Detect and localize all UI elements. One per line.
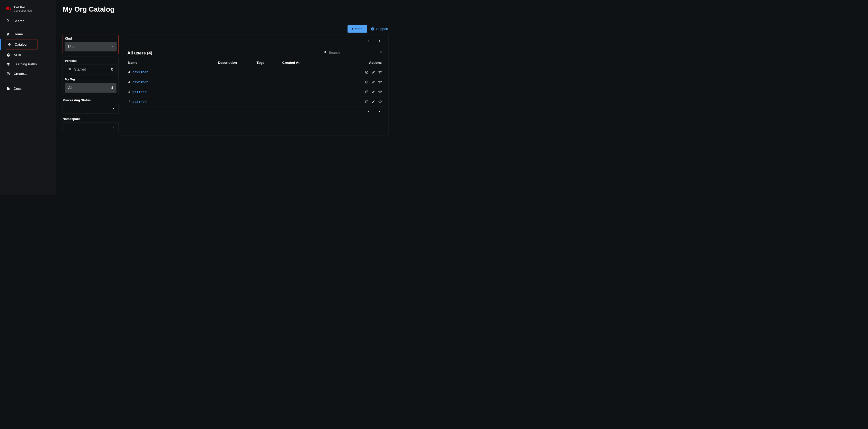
filter-processing-label: Processing Status bbox=[63, 98, 119, 102]
sidebar-item-create[interactable]: Create... bbox=[0, 69, 56, 79]
apis-icon bbox=[6, 53, 10, 57]
support-label: Support bbox=[376, 27, 389, 31]
table-search-input[interactable] bbox=[329, 51, 377, 55]
content-row: Kind User Personal bbox=[56, 33, 395, 140]
sidebar: Red Hat Developer Hub Search Home Cata bbox=[0, 0, 56, 195]
cell-created-at bbox=[281, 67, 345, 77]
user-link[interactable]: dev1 rhdh bbox=[132, 70, 149, 74]
brand: Red Hat Developer Hub bbox=[0, 0, 56, 16]
col-tags[interactable]: Tags bbox=[255, 58, 281, 67]
create-icon bbox=[6, 72, 10, 75]
brand-text: Red Hat Developer Hub bbox=[13, 6, 32, 12]
table-panel: All users (4) Name bbox=[122, 35, 389, 136]
sidebar-item-label: Home bbox=[13, 32, 23, 36]
sidebar-item-docs[interactable]: Docs bbox=[0, 84, 56, 93]
filter-kind: Kind User bbox=[63, 35, 119, 54]
sidebar-search[interactable]: Search bbox=[0, 16, 56, 27]
kind-select[interactable]: User bbox=[65, 42, 117, 52]
person-icon bbox=[128, 70, 131, 74]
sidebar-item-label: Create... bbox=[13, 71, 27, 75]
cell-created-at bbox=[281, 97, 345, 106]
col-actions: Actions bbox=[345, 58, 384, 67]
cell-tags bbox=[255, 87, 281, 97]
catalog-icon bbox=[7, 42, 11, 47]
docs-section: Docs bbox=[0, 82, 56, 93]
page-prev-button[interactable] bbox=[366, 109, 371, 115]
open-button[interactable] bbox=[364, 99, 370, 104]
pager-top bbox=[127, 36, 384, 47]
filter-all-count: 4 bbox=[111, 86, 113, 90]
edit-button[interactable] bbox=[371, 89, 376, 95]
support-link[interactable]: Support bbox=[371, 27, 389, 31]
cell-name: pe1 rhdh bbox=[127, 87, 217, 97]
pager-bottom bbox=[127, 106, 384, 117]
sidebar-item-home[interactable]: Home bbox=[0, 30, 56, 39]
clear-icon[interactable] bbox=[379, 51, 383, 55]
edit-button[interactable] bbox=[371, 99, 376, 104]
svg-point-1 bbox=[371, 27, 374, 31]
toolbar: Create Support bbox=[56, 19, 395, 33]
search-icon bbox=[6, 19, 10, 24]
app-root: Red Hat Developer Hub Search Home Cata bbox=[0, 0, 395, 195]
kind-select-value: User bbox=[68, 44, 76, 49]
filter-all-label: All bbox=[68, 86, 72, 90]
table-row: dev2 rhdh bbox=[127, 77, 384, 87]
page-header: My Org Catalog bbox=[56, 0, 395, 19]
help-icon bbox=[371, 27, 374, 31]
search-icon bbox=[323, 51, 327, 55]
star-button[interactable] bbox=[377, 79, 383, 85]
filter-starred-label: Starred bbox=[74, 67, 86, 71]
col-name[interactable]: Name bbox=[127, 58, 217, 67]
person-icon bbox=[128, 100, 131, 103]
docs-icon bbox=[6, 87, 10, 91]
col-created-at[interactable]: Created At bbox=[281, 58, 345, 67]
filters-panel: Kind User Personal bbox=[63, 35, 119, 136]
sidebar-item-catalog[interactable]: Catalog bbox=[6, 39, 38, 50]
page-next-button[interactable] bbox=[377, 38, 382, 44]
processing-select[interactable] bbox=[63, 104, 119, 114]
sidebar-item-learning[interactable]: Learning Paths bbox=[0, 60, 56, 69]
filter-personal-header: Personal bbox=[65, 59, 117, 62]
nav-section: Home Catalog APIs Learning Paths bbox=[0, 27, 56, 82]
filter-starred-row[interactable]: Starred 0 bbox=[65, 64, 117, 74]
user-link[interactable]: dev2 rhdh bbox=[132, 80, 149, 84]
cell-description bbox=[217, 97, 255, 106]
chevron-down-icon bbox=[111, 44, 114, 49]
table-row: pe1 rhdh bbox=[127, 87, 384, 97]
sidebar-item-apis[interactable]: APIs bbox=[0, 50, 56, 60]
filter-starred-count: 0 bbox=[111, 67, 113, 71]
table-title: All users (4) bbox=[127, 51, 152, 56]
home-icon bbox=[6, 32, 10, 36]
star-button[interactable] bbox=[377, 69, 383, 75]
cell-description bbox=[217, 87, 255, 97]
page-next-button[interactable] bbox=[377, 109, 382, 115]
cell-description bbox=[217, 67, 255, 77]
filter-kind-label: Kind bbox=[65, 36, 117, 40]
create-button[interactable]: Create bbox=[347, 25, 367, 33]
star-button[interactable] bbox=[377, 89, 383, 94]
cell-name: dev2 rhdh bbox=[127, 77, 217, 87]
filter-all-row[interactable]: All 4 bbox=[65, 83, 117, 93]
sidebar-item-label: APIs bbox=[13, 53, 21, 57]
table-header-row: All users (4) bbox=[127, 47, 384, 58]
user-link[interactable]: pe2 rhdh bbox=[132, 100, 147, 103]
open-button[interactable] bbox=[364, 80, 370, 85]
star-button[interactable] bbox=[377, 99, 383, 104]
person-icon bbox=[128, 90, 131, 94]
col-description[interactable]: Description bbox=[217, 58, 255, 67]
user-link[interactable]: pe1 rhdh bbox=[132, 90, 147, 94]
namespace-select[interactable] bbox=[63, 123, 119, 132]
open-button[interactable] bbox=[364, 69, 370, 75]
filter-personal-card: Personal Starred 0 My Org All bbox=[63, 57, 119, 95]
users-table: Name Description Tags Created At Actions… bbox=[127, 58, 384, 106]
cell-created-at bbox=[281, 77, 345, 87]
edit-button[interactable] bbox=[371, 69, 376, 75]
table-row: pe2 rhdh bbox=[127, 97, 384, 106]
cell-actions bbox=[345, 77, 384, 87]
cell-tags bbox=[255, 97, 281, 106]
open-button[interactable] bbox=[364, 89, 370, 95]
edit-button[interactable] bbox=[371, 80, 376, 85]
page-title: My Org Catalog bbox=[63, 5, 389, 13]
page-prev-button[interactable] bbox=[366, 38, 371, 44]
chevron-down-icon bbox=[112, 125, 115, 129]
